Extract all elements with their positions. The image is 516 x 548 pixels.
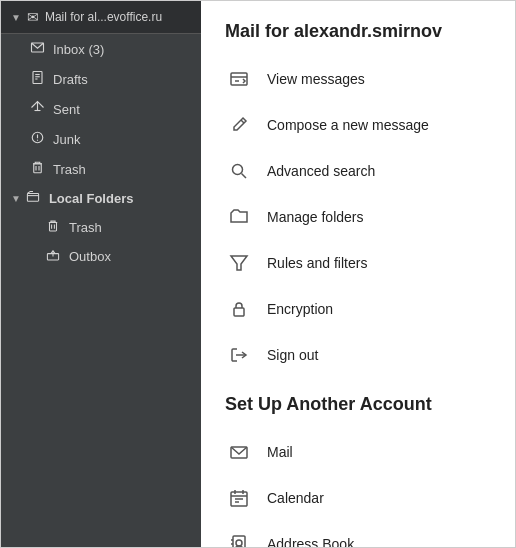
svg-point-9 [36, 140, 37, 141]
svg-rect-10 [33, 164, 41, 173]
local-folders-label: Local Folders [49, 191, 134, 206]
svg-line-22 [241, 120, 244, 123]
sidebar: ▼ ✉ Mail for al...evoffice.ru Inbox (3) … [1, 1, 201, 547]
sign-out-icon [225, 341, 253, 369]
svg-rect-13 [27, 194, 38, 202]
view-messages-icon [225, 65, 253, 93]
main-content: Mail for alexandr.smirnov View messages … [201, 1, 515, 547]
svg-rect-26 [234, 308, 244, 316]
inbox-label: Inbox (3) [53, 42, 104, 57]
advanced-search-label: Advanced search [267, 163, 375, 179]
mail-setup-icon [225, 438, 253, 466]
sent-label: Sent [53, 102, 80, 117]
account-mail-icon: ✉ [27, 9, 39, 25]
svg-marker-25 [231, 256, 247, 270]
main-item-mail[interactable]: Mail [225, 429, 491, 475]
main-item-manage-folders[interactable]: Manage folders [225, 194, 491, 240]
rules-filters-label: Rules and filters [267, 255, 367, 271]
setup-section-title: Set Up Another Account [225, 394, 491, 415]
advanced-search-icon [225, 157, 253, 185]
local-folders-chevron-icon: ▼ [11, 193, 21, 204]
view-messages-label: View messages [267, 71, 365, 87]
local-trash-icon [45, 219, 61, 236]
svg-point-23 [233, 165, 243, 175]
main-item-view-messages[interactable]: View messages [225, 56, 491, 102]
sidebar-local-folders[interactable]: ▼ Local Folders [1, 184, 201, 213]
svg-rect-1 [33, 72, 42, 84]
sidebar-item-inbox[interactable]: Inbox (3) [1, 34, 201, 64]
trash-icon [29, 160, 45, 178]
rules-filters-icon [225, 249, 253, 277]
sign-out-label: Sign out [267, 347, 318, 363]
main-item-rules-filters[interactable]: Rules and filters [225, 240, 491, 286]
main-item-encryption[interactable]: Encryption [225, 286, 491, 332]
drafts-label: Drafts [53, 72, 88, 87]
outbox-icon [45, 248, 61, 265]
svg-point-36 [236, 540, 242, 546]
main-item-address-book[interactable]: Address Book [225, 521, 491, 547]
manage-folders-icon [225, 203, 253, 231]
encryption-icon [225, 295, 253, 323]
manage-folders-label: Manage folders [267, 209, 364, 225]
sidebar-item-sent[interactable]: Sent [1, 94, 201, 124]
local-folders-icon [25, 190, 41, 207]
account-label: Mail for al...evoffice.ru [45, 10, 162, 24]
main-item-compose[interactable]: Compose a new message [225, 102, 491, 148]
sidebar-item-junk[interactable]: Junk [1, 124, 201, 154]
sidebar-item-drafts[interactable]: Drafts [1, 64, 201, 94]
svg-rect-14 [50, 223, 57, 231]
trash-label: Trash [53, 162, 86, 177]
outbox-label: Outbox [69, 249, 111, 264]
junk-label: Junk [53, 132, 80, 147]
account-chevron-icon: ▼ [11, 12, 21, 23]
sent-icon [29, 100, 45, 118]
drafts-icon [29, 70, 45, 88]
address-book-icon [225, 530, 253, 547]
mail-setup-label: Mail [267, 444, 293, 460]
calendar-label: Calendar [267, 490, 324, 506]
svg-line-24 [242, 174, 247, 179]
sidebar-account[interactable]: ▼ ✉ Mail for al...evoffice.ru [1, 1, 201, 34]
calendar-icon [225, 484, 253, 512]
svg-rect-19 [231, 73, 247, 85]
encryption-label: Encryption [267, 301, 333, 317]
sidebar-item-outbox[interactable]: Outbox [1, 242, 201, 271]
junk-icon [29, 130, 45, 148]
main-item-advanced-search[interactable]: Advanced search [225, 148, 491, 194]
sidebar-item-local-trash[interactable]: Trash [1, 213, 201, 242]
inbox-icon [29, 40, 45, 58]
compose-label: Compose a new message [267, 117, 429, 133]
address-book-label: Address Book [267, 536, 354, 547]
main-item-calendar[interactable]: Calendar [225, 475, 491, 521]
sidebar-item-trash[interactable]: Trash [1, 154, 201, 184]
compose-icon [225, 111, 253, 139]
main-item-sign-out[interactable]: Sign out [225, 332, 491, 378]
account-section-title: Mail for alexandr.smirnov [225, 21, 491, 42]
local-trash-label: Trash [69, 220, 102, 235]
